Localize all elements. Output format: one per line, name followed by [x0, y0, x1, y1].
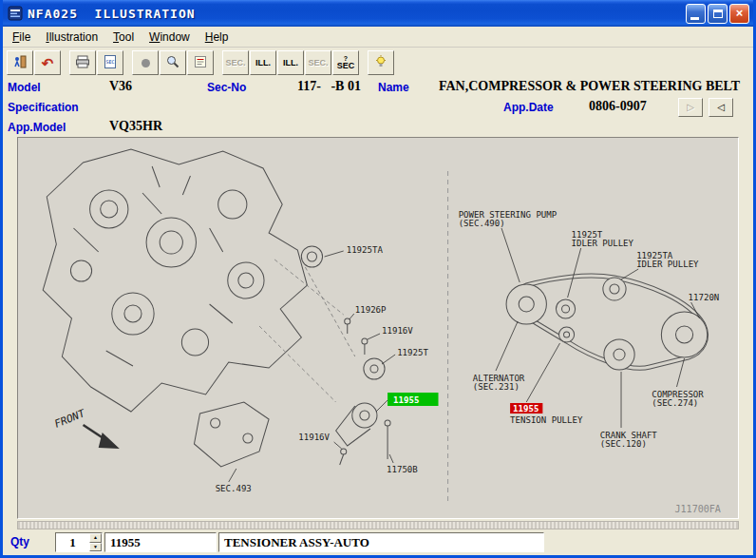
- part-label-11750b: 11750B: [387, 465, 418, 474]
- selected-part-green-11955[interactable]: 11955: [387, 393, 438, 406]
- zoom-button[interactable]: [160, 50, 186, 75]
- front-arrow-icon: [99, 433, 120, 449]
- toolbar-separator: [360, 48, 368, 78]
- idler-pulley-11925t: [556, 299, 575, 318]
- tensioner-parts: [194, 246, 390, 467]
- selected-part-red-11955[interactable]: 11955: [510, 403, 542, 414]
- tension-pulley-label: TENSION PULLEY: [510, 415, 583, 425]
- appdate-value: 0806-0907: [589, 99, 647, 114]
- leader-lines-left: [229, 251, 395, 482]
- svg-text:SEC: SEC: [106, 59, 115, 65]
- toolbar-separator: [124, 48, 132, 78]
- record-button[interactable]: [132, 50, 159, 75]
- exit-door-icon: [12, 54, 28, 72]
- appmodel-label: App.Model: [8, 121, 66, 134]
- power-steering-pulley: [506, 284, 546, 324]
- sec-prev-button[interactable]: SEC.: [222, 50, 249, 75]
- illustration-canvas[interactable]: 11925TA 11926P 11916V 11925T 11955 11916…: [18, 138, 738, 518]
- close-button[interactable]: ×: [729, 4, 749, 24]
- svg-text:11955: 11955: [393, 395, 419, 405]
- compressor-pulley: [661, 312, 707, 357]
- crankshaft-sec: (SEC.120): [600, 439, 647, 449]
- qty-label: Qty: [10, 535, 29, 548]
- prev-illustration-button[interactable]: ◁: [709, 98, 733, 117]
- appdate-label: App.Date: [503, 101, 554, 114]
- section-label-493: SEC.493: [216, 484, 252, 493]
- help-button[interactable]: [368, 50, 394, 75]
- toolbar-separator: [215, 48, 222, 78]
- engine-line-art: [43, 149, 307, 412]
- part-label-11916v: 11916V: [382, 326, 413, 336]
- part-name-field[interactable]: TENSIONER ASSY-AUTO: [218, 532, 544, 552]
- svg-text:11955: 11955: [513, 404, 539, 414]
- undo-button[interactable]: ↶: [34, 50, 61, 75]
- printer-icon: [75, 54, 90, 72]
- part-label-11925ta: 11925TA: [347, 245, 384, 255]
- idler-pulley-11925ta: [603, 278, 626, 300]
- close-icon: ×: [730, 5, 748, 22]
- horizontal-scrollbar[interactable]: [17, 521, 739, 529]
- part-label-11916v-lower: 11916V: [298, 433, 330, 442]
- menu-help[interactable]: Help: [198, 28, 236, 47]
- window-title: NFA025 ILLUSTRATION: [28, 7, 684, 21]
- svg-text:FRONT: FRONT: [53, 407, 88, 431]
- secno-label: Sec-No: [207, 81, 246, 94]
- magnifier-icon: [165, 54, 180, 72]
- part-label-11926p: 11926P: [355, 305, 387, 315]
- toolbar: ↶ SEC: [3, 48, 753, 78]
- appmodel-value: VQ35HR: [109, 119, 162, 134]
- lightbulb-icon: [373, 54, 388, 72]
- idler-ta-sub: IDLER PULLEY: [636, 260, 699, 269]
- status-bar: Qty 1 ▲ ▼ 11955 TENSIONER ASSY-AUTO: [3, 529, 753, 555]
- alternator-sec: (SEC.231): [473, 382, 520, 392]
- note-icon: [193, 54, 208, 72]
- front-indicator: FRONT: [53, 407, 120, 449]
- menu-bar: File Illustration Tool Window Help: [3, 27, 753, 48]
- belt-label-11720n: 11720N: [689, 293, 720, 302]
- print-button[interactable]: [69, 50, 96, 75]
- menu-tool[interactable]: Tool: [105, 28, 142, 47]
- quantity-stepper[interactable]: 1 ▲ ▼: [55, 532, 103, 552]
- menu-file[interactable]: File: [5, 28, 38, 47]
- menu-window[interactable]: Window: [142, 28, 198, 47]
- menu-illustration[interactable]: Illustration: [38, 28, 105, 47]
- specification-label: Specification: [8, 101, 79, 114]
- sec-next-button[interactable]: SEC.: [305, 50, 331, 75]
- secno-value: 117- -B 01: [297, 79, 361, 94]
- info-panel: Model V36 Sec-No 117- -B 01 Name FAN,COM…: [3, 78, 753, 137]
- assembly-dashed-lines: [259, 260, 355, 402]
- qty-value[interactable]: 1: [56, 533, 89, 551]
- sec-document-button[interactable]: SEC: [97, 50, 123, 75]
- tension-pulley: [559, 327, 575, 342]
- ps-pump-sec: (SEC.490): [459, 219, 505, 228]
- title-bar[interactable]: NFA025 ILLUSTRATION ×: [3, 0, 753, 27]
- ill-button-1[interactable]: ILL.: [250, 50, 276, 75]
- illustration-panel: 11925TA 11926P 11916V 11925T 11955 11916…: [17, 137, 739, 519]
- belt-diagram: [506, 276, 708, 370]
- app-window: NFA025 ILLUSTRATION × File Illustration …: [0, 0, 756, 558]
- note-button[interactable]: [187, 50, 214, 75]
- maximize-icon: [713, 10, 723, 18]
- exit-button[interactable]: [7, 50, 33, 75]
- qty-down-button[interactable]: ▼: [89, 543, 102, 552]
- undo-arrow-icon: ↶: [42, 56, 54, 70]
- sec-document-icon: SEC: [103, 54, 118, 72]
- part-number-field[interactable]: 11955: [104, 532, 217, 552]
- name-value: FAN,COMPRESSOR & POWER STEERING BELT: [439, 79, 740, 94]
- maximize-button[interactable]: [708, 4, 728, 24]
- name-label: Name: [378, 81, 409, 94]
- model-value: V36: [109, 79, 132, 94]
- part-label-11925t: 11925T: [397, 348, 428, 357]
- circle-icon: [142, 59, 150, 67]
- sec-search-button[interactable]: ? SEC: [332, 50, 359, 75]
- next-illustration-button[interactable]: ▷: [678, 98, 703, 117]
- qty-up-button[interactable]: ▲: [89, 533, 102, 543]
- ill-button-2[interactable]: ILL.: [277, 50, 304, 75]
- crankshaft-pulley: [604, 339, 634, 370]
- app-icon: [8, 6, 23, 21]
- minimize-button[interactable]: [686, 4, 706, 24]
- idler-t-sub: IDLER PULLEY: [572, 239, 634, 248]
- compressor-sec: (SEC.274): [652, 398, 698, 408]
- model-label: Model: [8, 81, 41, 94]
- toolbar-separator: [62, 48, 69, 78]
